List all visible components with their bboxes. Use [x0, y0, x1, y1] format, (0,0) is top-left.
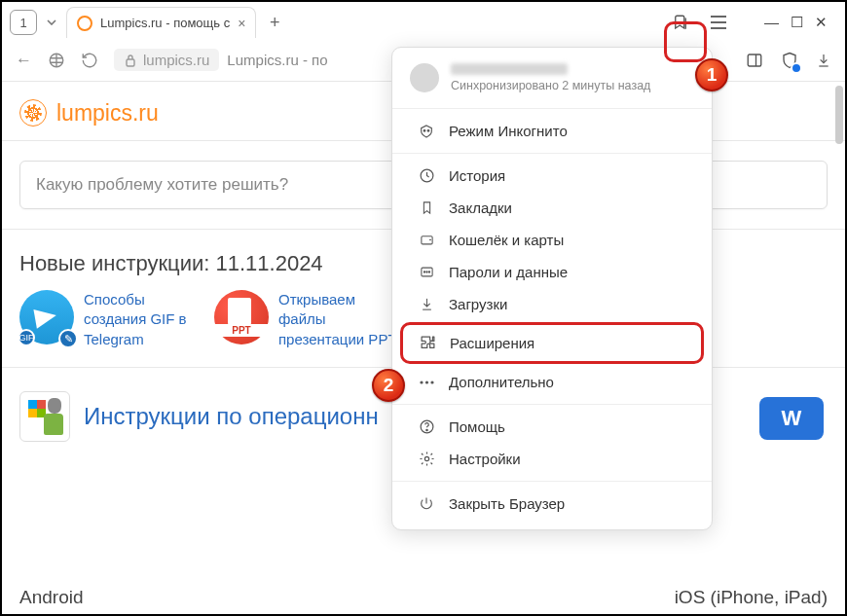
- protect-badge-icon: [791, 62, 802, 74]
- menu-label: Помощь: [449, 418, 505, 435]
- article-card[interactable]: GIF ✎ Способы создания GIF в Telegram: [19, 290, 204, 349]
- menu-label: Расширения: [450, 335, 534, 351]
- menu-item-settings[interactable]: Настройки: [398, 443, 706, 475]
- sync-status: Синхронизировано 2 минуты назад: [451, 79, 650, 92]
- menu-item-bookmarks[interactable]: Закладки: [398, 192, 706, 224]
- tab-list-chevron-icon[interactable]: [43, 19, 60, 25]
- callout-badge-2: 2: [372, 369, 405, 402]
- new-tab-button[interactable]: +: [262, 10, 287, 35]
- tab-counter[interactable]: 1: [10, 10, 37, 35]
- article-link[interactable]: Открываем файлы презентации PPT: [278, 290, 399, 349]
- nav-back-button[interactable]: ←: [16, 51, 32, 70]
- menu-label: Настройки: [449, 451, 521, 467]
- menu-item-help[interactable]: Помощь: [398, 411, 706, 443]
- menu-label: Режим Инкогнито: [449, 123, 568, 139]
- article-link[interactable]: Способы создания GIF в Telegram: [84, 290, 204, 349]
- sidebar-toggle-icon[interactable]: [746, 52, 763, 69]
- url-rest-text: Lumpics.ru - по: [227, 52, 327, 68]
- gear-icon: [418, 451, 435, 467]
- menu-label: Дополнительно: [449, 374, 554, 390]
- bottom-link-ios[interactable]: iOS (iPhone, iPad): [675, 587, 828, 608]
- incognito-icon: [418, 124, 435, 139]
- svg-point-16: [428, 272, 429, 272]
- protect-icon[interactable]: [781, 51, 798, 70]
- edit-badge-icon: ✎: [58, 329, 78, 348]
- bookmark-icon: [418, 199, 435, 216]
- menu-label: Кошелёк и карты: [449, 232, 564, 248]
- url-domain-text: lumpics.ru: [143, 52, 209, 68]
- menu-item-downloads[interactable]: Загрузки: [398, 288, 706, 320]
- svg-point-18: [420, 380, 423, 383]
- url-field[interactable]: lumpics.ru Lumpics.ru - по: [114, 49, 328, 71]
- svg-point-19: [424, 380, 427, 383]
- tab-bar: 1 Lumpics.ru - помощь с × + — ☐ ✕: [2, 2, 845, 39]
- help-icon: [418, 418, 435, 435]
- window-close-button[interactable]: ✕: [815, 14, 828, 31]
- menu-item-more[interactable]: Дополнительно: [398, 366, 706, 398]
- svg-point-15: [425, 272, 426, 272]
- window-minimize-button[interactable]: —: [764, 14, 779, 31]
- download-icon: [418, 296, 435, 312]
- menu-item-extensions[interactable]: Расширения: [400, 322, 704, 364]
- history-icon: [418, 167, 435, 184]
- scrollbar-thumb[interactable]: [835, 86, 843, 144]
- svg-point-10: [427, 129, 429, 131]
- key-icon: [418, 265, 435, 279]
- downloads-icon[interactable]: [816, 52, 831, 69]
- os-section-link[interactable]: Инструкции по операционн: [84, 403, 379, 430]
- window-maximize-button[interactable]: ☐: [791, 14, 803, 31]
- menu-profile[interactable]: Синхронизировано 2 минуты назад: [392, 54, 712, 102]
- tab-favicon-icon: [77, 16, 92, 31]
- menu-item-passwords[interactable]: Пароли и данные: [398, 256, 706, 288]
- lock-icon: [124, 54, 137, 67]
- menu-label: История: [449, 167, 505, 184]
- wallet-icon: [418, 233, 435, 247]
- menu-item-incognito[interactable]: Режим Инкогнито: [398, 115, 706, 147]
- vk-share-button[interactable]: W: [759, 397, 824, 440]
- menu-item-history[interactable]: История: [398, 160, 706, 192]
- svg-point-14: [424, 272, 424, 272]
- gif-badge-icon: GIF: [18, 329, 35, 346]
- menu-label: Закладки: [449, 199, 512, 216]
- site-logo-icon[interactable]: [19, 99, 47, 127]
- main-menu-button[interactable]: [704, 8, 733, 37]
- svg-rect-5: [127, 59, 134, 66]
- active-tab[interactable]: Lumpics.ru - помощь с ×: [66, 7, 256, 38]
- os-collection-icon: [19, 391, 70, 442]
- svg-point-22: [425, 429, 426, 430]
- svg-point-20: [430, 380, 433, 383]
- menu-label: Пароли и данные: [449, 264, 568, 280]
- menu-item-wallet[interactable]: Кошелёк и карты: [398, 224, 706, 256]
- power-icon: [418, 495, 435, 512]
- svg-point-23: [424, 456, 428, 460]
- puzzle-icon: [419, 335, 436, 351]
- reload-button[interactable]: [81, 52, 98, 69]
- callout-frame-1: [664, 21, 707, 62]
- svg-point-9: [424, 129, 425, 131]
- avatar-icon: [410, 63, 439, 92]
- site-name[interactable]: lumpics.ru: [56, 100, 159, 127]
- article-card[interactable]: Открываем файлы презентации PPT: [214, 290, 399, 349]
- telegram-icon: GIF ✎: [19, 290, 74, 344]
- main-menu-dropdown: Синхронизировано 2 минуты назад Режим Ин…: [391, 47, 713, 530]
- menu-item-close-browser[interactable]: Закрыть Браузер: [398, 488, 706, 520]
- more-icon: [418, 380, 435, 385]
- menu-label: Загрузки: [449, 296, 507, 312]
- menu-label: Закрыть Браузер: [449, 495, 565, 512]
- callout-badge-1: 1: [695, 58, 728, 91]
- bottom-link-android[interactable]: Android: [19, 587, 84, 608]
- svg-rect-6: [748, 54, 761, 66]
- home-button[interactable]: [48, 52, 65, 69]
- profile-name-blurred: [451, 63, 568, 75]
- ppt-icon: [214, 290, 269, 344]
- tab-title: Lumpics.ru - помощь с: [100, 16, 230, 30]
- tab-close-icon[interactable]: ×: [238, 16, 245, 31]
